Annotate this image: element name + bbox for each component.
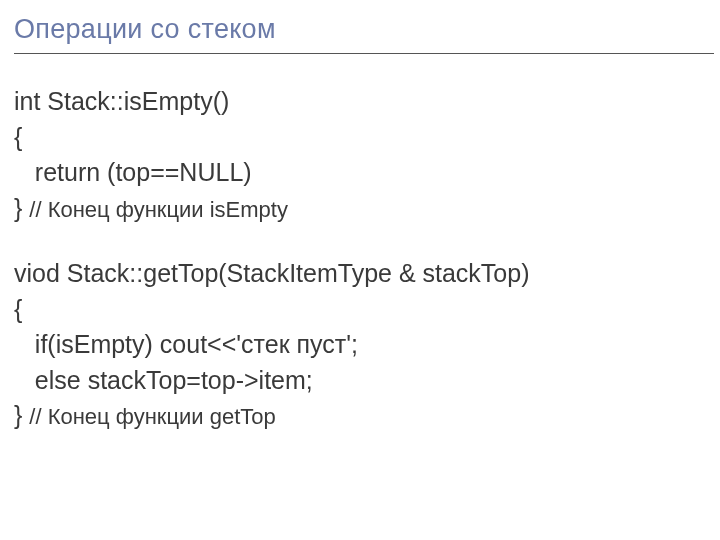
code-line: int Stack::isEmpty() (14, 84, 708, 120)
code-block: viod Stack::getTop(StackItemTypе & stack… (14, 256, 708, 434)
code-line: return (top==NULL) (14, 155, 708, 191)
code-line: else stackTop=top->item; (14, 363, 708, 399)
slide: Операции со стеком int Stack::isEmpty() … (0, 0, 720, 540)
title-underline (14, 53, 714, 54)
slide-title: Операции со стеком (14, 14, 708, 45)
code-close: } (14, 401, 29, 429)
code-line: if(isEmpty) cout<<'стек пуст'; (14, 327, 708, 363)
code-line: { (14, 120, 708, 156)
code-line: viod Stack::getTop(StackItemTypе & stack… (14, 256, 708, 292)
code-comment: // Конец функции getTop (29, 404, 275, 429)
code-comment: // Конец функции isEmpty (29, 197, 288, 222)
code-line: { (14, 292, 708, 328)
code-close: } (14, 194, 29, 222)
code-line: } // Конец функции getTop (14, 398, 708, 434)
code-line: } // Конец функции isEmpty (14, 191, 708, 227)
slide-body: int Stack::isEmpty() { return (top==NULL… (14, 84, 708, 434)
